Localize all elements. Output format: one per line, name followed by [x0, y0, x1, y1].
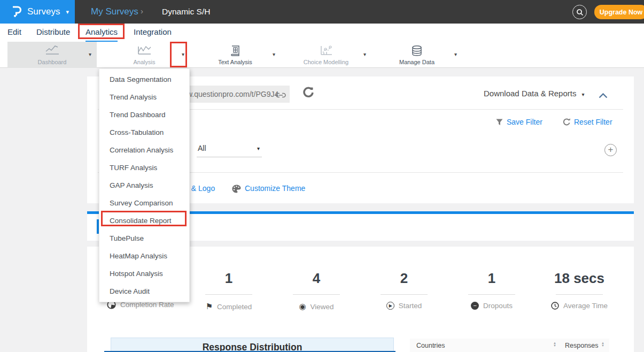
analytics-toolbar: Dashboard ▾ Analysis ▾ Text Analysis ▾ C…	[0, 42, 644, 68]
clock-icon	[551, 302, 559, 310]
stat-average-time-label: Average Time	[563, 302, 608, 310]
download-data-reports-dropdown[interactable]: Download Data & Reports▾	[484, 89, 584, 98]
stat-average-time-value: 18 secs	[537, 270, 622, 287]
minus-circle-icon: −	[471, 302, 479, 310]
surveys-menu-button[interactable]: Surveys ▾	[0, 0, 75, 24]
globe-lock-icon[interactable]	[302, 87, 314, 101]
stat-completed: 1 ⚑Completed	[186, 247, 271, 311]
questionpro-logo-icon	[11, 5, 22, 18]
countries-column-header[interactable]: Countries	[416, 342, 445, 349]
menu-item-gap-analysis[interactable]: GAP Analysis	[99, 177, 189, 194]
chevron-down-icon[interactable]: ▾	[454, 51, 457, 57]
chevron-down-icon[interactable]: ▾	[273, 51, 275, 57]
customize-theme-link[interactable]: Customize Theme	[245, 184, 305, 193]
breadcrumb-my-surveys[interactable]: My Surveys	[91, 0, 138, 24]
search-icon	[576, 9, 584, 16]
document-grid-icon	[229, 45, 241, 59]
add-filter-button[interactable]: +	[604, 144, 617, 156]
stat-completed-label: Completed	[217, 303, 252, 311]
menu-item-tubepulse[interactable]: TubePulse	[99, 229, 189, 247]
breadcrumb-separator: ›	[141, 0, 143, 24]
toolbar-analysis[interactable]: Analysis ▾	[99, 42, 190, 68]
divider	[293, 294, 340, 295]
surveys-menu-label: Surveys	[27, 6, 60, 17]
toolbar-choice-modelling[interactable]: Choice Modelling ▾	[281, 42, 371, 68]
download-data-reports-label: Download Data & Reports	[484, 89, 576, 98]
stat-dropouts: 1 −Dropouts	[449, 247, 534, 310]
tab-analytics[interactable]: Analytics	[86, 24, 118, 42]
line-chart-icon	[45, 45, 60, 57]
save-filter-button[interactable]: Save Filter	[496, 118, 542, 126]
menu-item-consolidate-report[interactable]: Consolidate Report	[99, 212, 189, 229]
reset-icon	[563, 118, 570, 126]
filter-all-value: All	[198, 144, 206, 152]
toolbar-dashboard[interactable]: Dashboard ▾	[7, 42, 97, 68]
stat-started-value: 2	[361, 270, 447, 287]
chevron-down-icon: ▾	[581, 91, 584, 97]
stat-average-time: 18 secs Average Time	[537, 247, 622, 310]
stat-viewed-value: 4	[274, 270, 359, 287]
breadcrumb-current-survey: Dynamic S/H	[162, 0, 210, 24]
menu-item-data-segmentation[interactable]: Data Segmentation	[99, 71, 189, 88]
survey-url-text: w.questionpro.com/t/PG9J4	[187, 86, 278, 103]
chevron-down-icon[interactable]: ▾	[363, 51, 366, 57]
countries-table-header: Countries ▲▼ Responses ▲▼	[410, 339, 609, 352]
collapse-section-button[interactable]	[599, 91, 608, 101]
menu-item-trend-dashboard[interactable]: Trend Dashboard	[99, 106, 189, 124]
toolbar-text-analysis-label: Text Analysis	[190, 59, 281, 65]
menu-item-trend-analysis[interactable]: Trend Analysis	[99, 88, 189, 106]
line-chart-icon	[137, 45, 152, 57]
response-distribution-header: Response Distribution	[111, 338, 394, 352]
scatter-chart-icon	[319, 45, 333, 58]
funnel-icon	[496, 119, 503, 126]
menu-item-hotspot-analysis[interactable]: Hotspot Analysis	[99, 265, 189, 282]
divider	[468, 294, 515, 295]
menu-item-survey-comparison[interactable]: Survey Comparison	[99, 194, 189, 212]
eye-icon: ◉	[299, 302, 306, 311]
search-button[interactable]	[572, 5, 587, 19]
palette-icon	[232, 185, 241, 195]
reset-filter-button[interactable]: Reset Filter	[563, 118, 612, 126]
save-filter-label: Save Filter	[507, 118, 542, 126]
toolbar-choice-modelling-label: Choice Modelling	[281, 59, 371, 65]
database-icon	[410, 45, 423, 59]
menu-item-heatmap-analysis[interactable]: HeatMap Analysis	[99, 247, 189, 265]
responses-column-header[interactable]: Responses	[565, 342, 599, 349]
divider	[205, 294, 252, 295]
menu-item-correlation-analysis[interactable]: Correlation Analysis	[99, 141, 189, 159]
chevron-down-icon[interactable]: ▾	[89, 51, 91, 57]
link-icon[interactable]	[276, 91, 286, 101]
stat-viewed-label: Viewed	[311, 303, 334, 311]
reset-filter-label: Reset Filter	[574, 118, 612, 126]
flag-icon: ⚑	[206, 302, 213, 311]
top-header-bar: Surveys ▾ My Surveys › Dynamic S/H Upgra…	[0, 0, 644, 24]
toolbar-dashboard-label: Dashboard	[7, 59, 97, 65]
chevron-down-icon[interactable]: ▾	[182, 51, 184, 57]
stat-started-label: Started	[399, 302, 422, 310]
toolbar-manage-data-label: Manage Data	[371, 59, 462, 65]
divider	[556, 294, 603, 295]
survey-nav-tabs: Edit Distribute Analytics Integration	[0, 24, 644, 42]
stat-completed-value: 1	[186, 270, 271, 287]
tab-distribute[interactable]: Distribute	[36, 24, 70, 42]
sort-icon[interactable]: ▲▼	[601, 342, 604, 347]
sort-icon[interactable]: ▲▼	[553, 342, 556, 347]
toolbar-analysis-label: Analysis	[99, 59, 190, 65]
upgrade-now-button[interactable]: Upgrade Now	[594, 5, 644, 19]
stat-dropouts-value: 1	[449, 270, 534, 287]
divider	[381, 294, 428, 295]
chevron-down-icon: ▾	[66, 9, 69, 16]
filter-all-dropdown[interactable]: All ▾	[197, 142, 262, 157]
tab-integration[interactable]: Integration	[134, 24, 172, 42]
stat-started: 2 ▶Started	[361, 247, 447, 310]
analysis-menu: Data SegmentationTrend AnalysisTrend Das…	[99, 68, 190, 302]
chevron-down-icon: ▾	[257, 146, 260, 151]
toolbar-manage-data[interactable]: Manage Data ▾	[371, 42, 462, 68]
stat-dropouts-label: Dropouts	[483, 302, 513, 310]
menu-item-cross-tabulation[interactable]: Cross-Tabulation	[99, 124, 189, 141]
menu-item-device-audit[interactable]: Device Audit	[99, 282, 189, 300]
toolbar-text-analysis[interactable]: Text Analysis ▾	[190, 42, 281, 68]
play-circle-icon: ▶	[386, 302, 394, 310]
tab-edit[interactable]: Edit	[7, 24, 21, 42]
menu-item-turf-analysis[interactable]: TURF Analysis	[99, 159, 189, 177]
